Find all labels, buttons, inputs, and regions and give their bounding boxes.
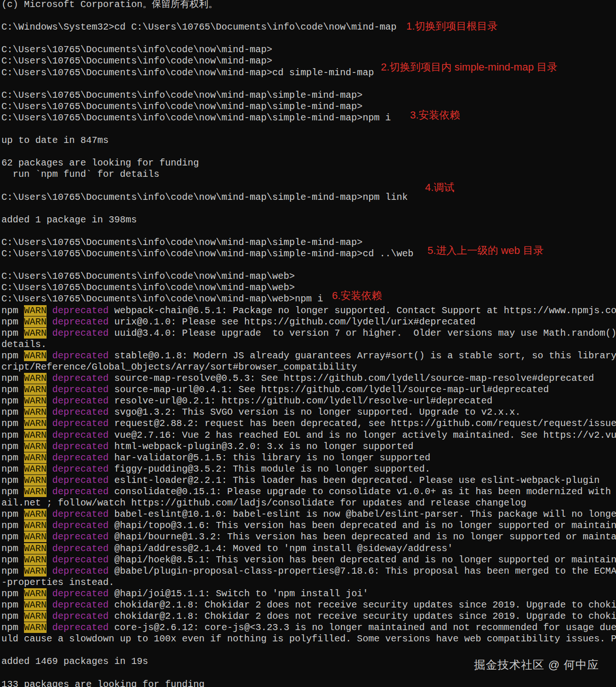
terminal-line: added 1 package in 398ms: [1, 214, 616, 226]
deprecated-label: deprecated: [52, 328, 109, 339]
terminal-line: C:\Users\10765\Documents\info\code\now\m…: [1, 44, 616, 55]
terminal-line: (c) Microsoft Corporation。保留所有权利。: [1, 0, 616, 10]
deprecated-label: deprecated: [52, 305, 109, 316]
npm-warn-badge: WARN: [24, 475, 47, 486]
terminal-line-npm-warn: npm WARN deprecated html-webpack-plugin@…: [1, 441, 616, 452]
terminal-blank-line: [1, 226, 616, 237]
deprecated-label: deprecated: [52, 554, 109, 565]
deprecated-label: deprecated: [52, 407, 109, 418]
deprecated-label: deprecated: [52, 373, 109, 384]
npm-warn-badge: WARN: [24, 588, 47, 599]
npm-warn-badge: WARN: [24, 611, 47, 622]
npm-warn-badge: WARN: [24, 452, 47, 463]
deprecated-label: deprecated: [52, 350, 109, 361]
npm-warn-badge: WARN: [24, 543, 47, 554]
deprecated-label: deprecated: [52, 384, 109, 395]
deprecated-label: deprecated: [52, 611, 109, 622]
deprecated-label: deprecated: [52, 509, 109, 520]
npm-warn-badge: WARN: [24, 373, 47, 384]
terminal-window: (c) Microsoft Corporation。保留所有权利。C:\Wind…: [1, 0, 616, 687]
deprecated-label: deprecated: [52, 475, 109, 486]
terminal-line: -properties instead.: [1, 577, 616, 588]
npm-warn-badge: WARN: [24, 305, 47, 316]
deprecated-label: deprecated: [52, 430, 109, 441]
npm-warn-badge: WARN: [24, 418, 47, 429]
terminal-line: C:\Windows\System32>cd C:\Users\10765\Do…: [1, 22, 616, 33]
terminal-output: (c) Microsoft Corporation。保留所有权利。C:\Wind…: [1, 0, 616, 687]
red-annotation-1: 1.切换到项目根目录: [406, 21, 498, 32]
deprecated-label: deprecated: [52, 486, 109, 497]
npm-warn-badge: WARN: [24, 430, 47, 441]
terminal-line-npm-warn: npm WARN deprecated @hapi/topo@3.1.6: Th…: [1, 520, 616, 531]
terminal-line: run `npm fund` for details: [1, 169, 616, 180]
terminal-line: C:\Users\10765\Documents\info\code\now\m…: [1, 90, 616, 101]
npm-warn-badge: WARN: [24, 350, 47, 361]
terminal-line-npm-warn: npm WARN deprecated figgy-pudding@3.5.2:…: [1, 464, 616, 475]
terminal-blank-line: [1, 645, 616, 656]
terminal-line: C:\Users\10765\Documents\info\code\now\m…: [1, 282, 616, 293]
deprecated-label: deprecated: [52, 418, 109, 429]
terminal-blank-line: [1, 10, 616, 22]
terminal-line: C:\Users\10765\Documents\info\code\now\m…: [1, 192, 616, 203]
npm-warn-badge: WARN: [24, 441, 47, 452]
terminal-line-npm-warn: npm WARN deprecated @hapi/address@2.1.4:…: [1, 543, 616, 554]
terminal-line: C:\Users\10765\Documents\info\code\now\m…: [1, 271, 616, 282]
terminal-line-npm-warn: npm WARN deprecated resolve-url@0.2.1: h…: [1, 395, 616, 407]
terminal-line-npm-warn: npm WARN deprecated chokidar@2.1.8: Chok…: [1, 611, 616, 622]
npm-warn-badge: WARN: [24, 328, 47, 339]
deprecated-label: deprecated: [52, 566, 109, 576]
terminal-line-npm-warn: npm WARN deprecated webpack-chain@6.5.1:…: [1, 305, 616, 316]
terminal-line: C:\Users\10765\Documents\info\code\now\m…: [1, 293, 616, 305]
terminal-line-npm-warn: npm WARN deprecated core-js@2.6.12: core…: [1, 622, 616, 633]
terminal-line-npm-warn: npm WARN deprecated eslint-loader@2.2.1:…: [1, 475, 616, 486]
terminal-line-npm-warn: npm WARN deprecated chokidar@2.1.8: Chok…: [1, 600, 616, 611]
terminal-blank-line: [1, 79, 616, 90]
npm-warn-badge: WARN: [24, 464, 47, 474]
terminal-line-npm-warn: npm WARN deprecated @hapi/bourne@1.3.2: …: [1, 531, 616, 543]
npm-warn-badge: WARN: [24, 554, 47, 565]
red-annotation-4: 4.调试: [425, 182, 454, 193]
terminal-line-npm-warn: npm WARN deprecated @hapi/joi@15.1.1: Sw…: [1, 588, 616, 600]
deprecated-label: deprecated: [52, 452, 109, 463]
terminal-line-npm-warn: npm WARN deprecated babel-eslint@10.1.0:…: [1, 509, 616, 520]
terminal-line-npm-warn: npm WARN deprecated har-validator@5.1.5:…: [1, 452, 616, 464]
npm-warn-badge: WARN: [24, 566, 47, 576]
red-annotation-5: 5.进入上一级的 web 目录: [427, 245, 544, 256]
terminal-line: details.: [1, 339, 616, 350]
terminal-line: 62 packages are looking for funding: [1, 158, 616, 169]
npm-warn-badge: WARN: [24, 531, 47, 542]
npm-warn-badge: WARN: [24, 520, 47, 531]
deprecated-label: deprecated: [52, 395, 109, 406]
terminal-line: C:\Users\10765\Documents\info\code\now\m…: [1, 101, 616, 112]
terminal-line-npm-warn: npm WARN deprecated consolidate@0.15.1: …: [1, 486, 616, 497]
terminal-line-npm-warn: npm WARN deprecated source-map-url@0.4.1…: [1, 384, 616, 395]
red-annotation-3: 3.安装依赖: [410, 110, 460, 121]
deprecated-label: deprecated: [52, 600, 109, 610]
npm-warn-badge: WARN: [24, 509, 47, 520]
terminal-line-npm-warn: npm WARN deprecated @babel/plugin-propos…: [1, 566, 616, 577]
deprecated-label: deprecated: [52, 464, 109, 474]
npm-warn-badge: WARN: [24, 486, 47, 497]
npm-warn-badge: WARN: [24, 316, 47, 327]
npm-warn-badge: WARN: [24, 384, 47, 395]
npm-warn-badge: WARN: [24, 600, 47, 610]
terminal-blank-line: [1, 203, 616, 214]
terminal-blank-line: [1, 146, 616, 158]
red-annotation-6: 6.安装依赖: [332, 290, 382, 301]
terminal-line: ail.net ; follow/watch https://github.co…: [1, 497, 616, 509]
terminal-line-npm-warn: npm WARN deprecated uuid@3.4.0: Please u…: [1, 328, 616, 339]
terminal-line: uld cause a slowdown up to 100x even if …: [1, 633, 616, 645]
terminal-line: cript/Reference/Global_Objects/Array/sor…: [1, 362, 616, 373]
npm-warn-badge: WARN: [24, 622, 47, 633]
terminal-blank-line: [1, 33, 616, 44]
terminal-line-npm-warn: npm WARN deprecated urix@0.1.0: Please s…: [1, 316, 616, 328]
terminal-line: up to date in 847ms: [1, 135, 616, 146]
deprecated-label: deprecated: [52, 543, 109, 554]
deprecated-label: deprecated: [52, 531, 109, 542]
terminal-line: C:\Users\10765\Documents\info\code\now\m…: [1, 112, 616, 124]
deprecated-label: deprecated: [52, 316, 109, 327]
cmd-terminal-screenshot: { "app": { "title": "Windows cmd - npm i…: [0, 0, 616, 687]
terminal-blank-line: [1, 124, 616, 135]
deprecated-label: deprecated: [52, 520, 109, 531]
terminal-line-npm-warn: npm WARN deprecated source-map-resolve@0…: [1, 373, 616, 384]
